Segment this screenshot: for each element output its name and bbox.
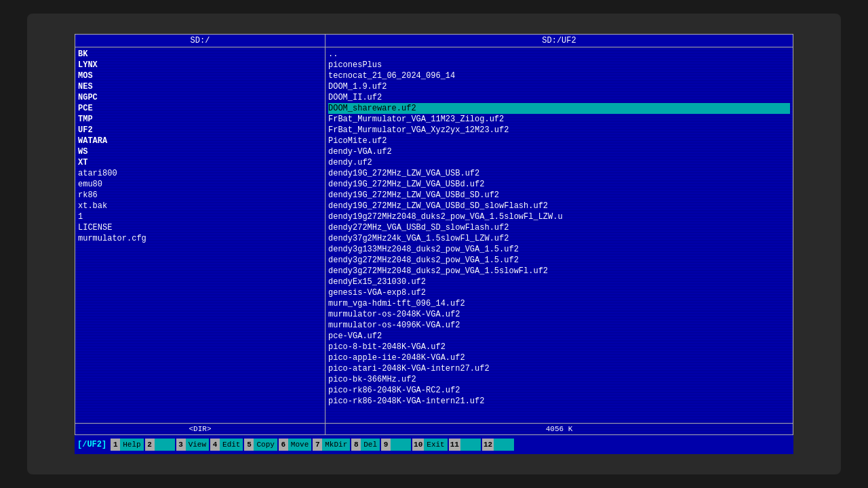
- right-file-item[interactable]: dendy3g272MHz2048_duks2_pow_VGA_1.5.uf2: [328, 255, 790, 266]
- right-file-item[interactable]: murmulator-os-4096K-VGA.uf2: [328, 320, 790, 331]
- left-file-item[interactable]: WS: [78, 146, 322, 157]
- right-panel: SD:/UF2 ..piconesPlustecnocat_21_06_2024…: [326, 34, 793, 435]
- right-file-item[interactable]: piconesPlus: [328, 60, 790, 70]
- toolbar-path: [/UF2]: [77, 440, 106, 449]
- main-area: SD:/ BKLYNXMOSNESNGPCPCETMPUF2WATARAWSXT…: [75, 34, 793, 435]
- right-file-item[interactable]: DOOM_shareware.uf2: [328, 103, 790, 114]
- right-file-item[interactable]: dendy272MHz_VGA_USBd_SD_slowFlash.uf2: [328, 222, 790, 233]
- left-file-item[interactable]: MOS: [78, 70, 322, 81]
- toolbar-btn-10[interactable]: 10Exit: [412, 438, 448, 451]
- right-file-item[interactable]: dendyEx15_231030.uf2: [328, 277, 790, 287]
- toolbar-buttons: 1Help23View4Edit5Copy6Move7MkDir8Del910E…: [111, 438, 514, 451]
- right-file-item[interactable]: dendy19G_272MHz_LZW_VGA_USBd_SD_slowFlas…: [328, 201, 790, 211]
- right-panel-content: ..piconesPlustecnocat_21_06_2024_096_14D…: [326, 47, 793, 423]
- right-file-item[interactable]: dendy19G_272MHz_LZW_VGA_USB.uf2: [328, 168, 790, 179]
- left-file-item[interactable]: 1: [78, 211, 322, 222]
- toolbar-btn-12[interactable]: 12: [482, 438, 514, 451]
- toolbar-btn-1[interactable]: 1Help: [111, 438, 143, 451]
- toolbar-btn-label-9: [391, 439, 411, 451]
- toolbar-btn-11[interactable]: 11: [449, 438, 481, 451]
- right-file-item[interactable]: dendy19G_272MHz_LZW_VGA_USBd.uf2: [328, 179, 790, 190]
- toolbar-btn-label-11: [460, 439, 481, 451]
- right-file-item[interactable]: dendy19G_272MHz_LZW_VGA_USBd_SD.uf2: [328, 190, 790, 201]
- toolbar: [/UF2] 1Help23View4Edit5Copy6Move7MkDir8…: [75, 435, 793, 454]
- right-file-item[interactable]: FrBat_Murmulator_VGA_Xyz2yx_12M23.uf2: [328, 125, 790, 136]
- right-file-item[interactable]: pico-8-bit-2048K-VGA.uf2: [328, 342, 790, 352]
- toolbar-btn-7[interactable]: 7MkDir: [313, 438, 350, 451]
- monitor: SD:/ BKLYNXMOSNESNGPCPCETMPUF2WATARAWSXT…: [27, 14, 841, 474]
- left-file-item[interactable]: BK: [78, 49, 322, 60]
- right-file-item[interactable]: dendy37g2MHz24k_VGA_1.5slowFl_LZW.uf2: [328, 233, 790, 244]
- right-file-item[interactable]: pico-rk86-2048K-VGA-RC2.uf2: [328, 385, 790, 396]
- right-file-item[interactable]: ..: [328, 49, 790, 60]
- toolbar-btn-4[interactable]: 4Edit: [210, 438, 243, 451]
- right-file-item[interactable]: pico-apple-iie-2048K-VGA.uf2: [328, 352, 790, 363]
- left-file-item[interactable]: UF2: [78, 125, 322, 136]
- left-panel-content: BKLYNXMOSNESNGPCPCETMPUF2WATARAWSXTatari…: [75, 47, 325, 423]
- right-file-item[interactable]: murmulator-os-2048K-VGA.uf2: [328, 309, 790, 320]
- toolbar-btn-label-10: Exit: [424, 439, 447, 451]
- left-panel: SD:/ BKLYNXMOSNESNGPCPCETMPUF2WATARAWSXT…: [75, 34, 326, 435]
- right-file-item[interactable]: dendy.uf2: [328, 157, 790, 168]
- right-file-item[interactable]: DOOM_II.uf2: [328, 92, 790, 103]
- right-file-item[interactable]: pico-atari-2048K-VGA-intern27.uf2: [328, 363, 790, 374]
- right-panel-title: SD:/UF2: [326, 35, 793, 47]
- left-file-item[interactable]: XT: [78, 157, 322, 168]
- right-file-item[interactable]: murm_vga-hdmi-tft_096_14.uf2: [328, 298, 790, 309]
- right-file-item[interactable]: DOOM_1.9.uf2: [328, 81, 790, 92]
- right-file-item[interactable]: pico-bk-366MHz.uf2: [328, 374, 790, 385]
- toolbar-btn-3[interactable]: 3View: [176, 438, 209, 451]
- left-file-item[interactable]: WATARA: [78, 136, 322, 146]
- left-file-item[interactable]: rk86: [78, 190, 322, 201]
- toolbar-btn-label-2: [155, 439, 175, 451]
- toolbar-btn-5[interactable]: 5Copy: [244, 438, 277, 451]
- toolbar-btn-2[interactable]: 2: [145, 438, 175, 451]
- right-file-item[interactable]: genesis-VGA-exp8.uf2: [328, 287, 790, 298]
- left-file-item[interactable]: murmulator.cfg: [78, 233, 322, 244]
- right-file-item[interactable]: dendy-VGA.uf2: [328, 146, 790, 157]
- left-file-item[interactable]: LICENSE: [78, 222, 322, 233]
- toolbar-btn-label-7: MkDir: [322, 439, 350, 451]
- toolbar-btn-label-1: Help: [120, 439, 143, 451]
- toolbar-btn-label-3: View: [186, 439, 209, 451]
- right-panel-footer: 4056 K: [326, 423, 793, 434]
- right-file-item[interactable]: dendy3g272MHz2048_duks2_pow_VGA_1.5slowF…: [328, 266, 790, 277]
- toolbar-btn-8[interactable]: 8Del: [351, 438, 380, 451]
- toolbar-btn-label-4: Edit: [220, 439, 243, 451]
- right-file-item[interactable]: pce-VGA.uf2: [328, 331, 790, 342]
- right-file-item[interactable]: tecnocat_21_06_2024_096_14: [328, 70, 790, 81]
- toolbar-btn-9[interactable]: 9: [381, 438, 411, 451]
- right-file-item[interactable]: dendy19g272MHz2048_duks2_pow_VGA_1.5slow…: [328, 211, 790, 222]
- right-file-item[interactable]: PicoMite.uf2: [328, 136, 790, 146]
- left-panel-title: SD:/: [75, 35, 325, 47]
- left-file-item[interactable]: NES: [78, 81, 322, 92]
- toolbar-btn-6[interactable]: 6Move: [279, 438, 311, 451]
- left-file-item[interactable]: LYNX: [78, 60, 322, 70]
- toolbar-btn-label-6: Move: [288, 439, 311, 451]
- left-file-item[interactable]: TMP: [78, 114, 322, 125]
- toolbar-btn-label-12: [494, 439, 514, 451]
- right-file-item[interactable]: dendy3g133MHz2048_duks2_pow_VGA_1.5.uf2: [328, 244, 790, 255]
- screen: SD:/ BKLYNXMOSNESNGPCPCETMPUF2WATARAWSXT…: [75, 34, 793, 454]
- right-file-item[interactable]: FrBat_Murmulator_VGA_11M23_Zilog.uf2: [328, 114, 790, 125]
- toolbar-btn-label-8: Del: [361, 439, 380, 451]
- left-file-item[interactable]: atari800: [78, 168, 322, 179]
- left-file-item[interactable]: xt.bak: [78, 201, 322, 211]
- left-file-item[interactable]: NGPC: [78, 92, 322, 103]
- left-panel-footer: <DIR>: [75, 423, 325, 434]
- left-file-item[interactable]: emu80: [78, 179, 322, 190]
- left-file-item[interactable]: PCE: [78, 103, 322, 114]
- right-file-item[interactable]: pico-rk86-2048K-VGA-intern21.uf2: [328, 396, 790, 407]
- toolbar-btn-label-5: Copy: [254, 439, 277, 451]
